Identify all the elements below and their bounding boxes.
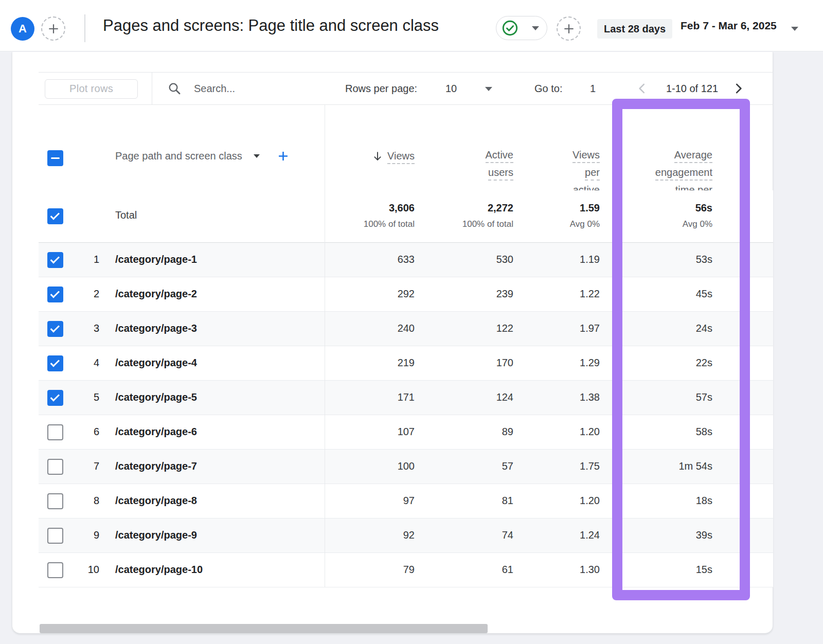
row-views: 79 — [403, 553, 415, 586]
horizontal-scrollbar-thumb[interactable] — [40, 624, 488, 633]
pagination-status: 1-10 of 121 — [655, 73, 729, 104]
row-views: 240 — [398, 312, 415, 345]
page-title: Pages and screens: Page title and screen… — [103, 0, 439, 51]
row-views-per-active-user: 1.22 — [580, 277, 600, 311]
row-page-path[interactable]: /category/page-5 — [115, 381, 197, 414]
table-row[interactable]: 9 /category/page-9 92 74 1.24 39s — [39, 518, 773, 553]
table-row[interactable]: 1 /category/page-1 633 530 1.19 53s — [39, 243, 773, 277]
row-avg-engagement-time: 22s — [696, 346, 712, 380]
row-avg-engagement-time: 58s — [696, 415, 712, 449]
table-row[interactable]: 10 /category/page-10 79 61 1.30 15s — [39, 553, 773, 587]
dimension-header[interactable]: Page path and screen class — [115, 149, 290, 163]
row-views-per-active-user: 1.38 — [580, 381, 600, 414]
row-index: 8 — [39, 484, 99, 517]
table-row[interactable]: 5 /category/page-5 171 124 1.38 57s — [39, 381, 773, 415]
row-views: 107 — [398, 415, 415, 449]
dimension-header-label: Page path and screen class — [115, 150, 242, 162]
row-active-users: 239 — [496, 277, 513, 311]
row-avg-engagement-time: 53s — [696, 243, 712, 276]
row-index: 4 — [39, 346, 99, 380]
row-page-path[interactable]: /category/page-3 — [115, 312, 197, 345]
row-index: 5 — [39, 381, 99, 414]
column-header-views[interactable]: Views — [372, 150, 415, 168]
row-active-users: 170 — [496, 346, 513, 380]
row-page-path[interactable]: /category/page-1 — [115, 243, 197, 276]
date-range-value[interactable]: Feb 7 - Mar 6, 2025 — [681, 0, 777, 51]
total-checkbox[interactable] — [47, 208, 63, 224]
row-views-per-active-user: 1.75 — [580, 450, 600, 483]
dimension-chevron-icon[interactable] — [254, 154, 260, 158]
row-page-path[interactable]: /category/page-2 — [115, 277, 197, 311]
add-report-button[interactable] — [557, 16, 581, 41]
row-page-path[interactable]: /category/page-8 — [115, 484, 197, 517]
row-index: 6 — [39, 415, 99, 449]
row-views-per-active-user: 1.30 — [580, 553, 600, 586]
add-comparison-button[interactable] — [41, 16, 65, 41]
plus-icon — [47, 22, 60, 35]
row-views: 100 — [398, 450, 415, 483]
table-row[interactable]: 3 /category/page-3 240 122 1.97 24s — [39, 312, 773, 346]
row-views-per-active-user: 1.20 — [580, 415, 600, 449]
total-row: Total 3,606 100% of total 2,272 100% of … — [39, 190, 773, 243]
rows-per-page-chevron-icon[interactable] — [485, 87, 492, 91]
date-range-chevron-icon[interactable] — [791, 27, 798, 31]
data-quality-badge[interactable] — [496, 16, 547, 40]
row-active-users: 74 — [502, 518, 513, 552]
row-active-users: 81 — [502, 484, 513, 517]
row-index: 3 — [39, 312, 99, 345]
check-circle-icon — [502, 20, 518, 37]
add-dimension-icon[interactable] — [276, 149, 290, 163]
column-header-active-users[interactable]: Active users — [486, 149, 513, 184]
row-avg-engagement-time: 24s — [696, 312, 712, 345]
goto-page-input[interactable]: 1 — [590, 73, 596, 104]
row-active-users: 122 — [496, 312, 513, 345]
row-views: 633 — [398, 243, 415, 276]
total-avg-engagement-time: 56s Avg 0% — [683, 190, 712, 229]
row-active-users: 89 — [502, 415, 513, 449]
row-avg-engagement-time: 15s — [696, 553, 712, 586]
select-all-checkbox[interactable] — [47, 150, 63, 166]
row-page-path[interactable]: /category/page-10 — [115, 553, 203, 586]
chevron-down-icon — [532, 26, 539, 30]
table-row[interactable]: 6 /category/page-6 107 89 1.20 58s — [39, 415, 773, 450]
plot-rows-button[interactable]: Plot rows — [45, 79, 138, 99]
row-page-path[interactable]: /category/page-7 — [115, 450, 197, 483]
row-avg-engagement-time: 1m 54s — [678, 450, 712, 483]
total-views-per-active-user: 1.59 Avg 0% — [570, 190, 600, 229]
table-row[interactable]: 4 /category/page-4 219 170 1.29 22s — [39, 346, 773, 381]
sort-descending-icon — [372, 151, 383, 162]
row-views: 97 — [403, 484, 415, 517]
goto-label: Go to: — [534, 73, 562, 104]
row-views: 92 — [403, 518, 415, 552]
search-icon[interactable] — [167, 81, 182, 96]
table-toolbar: Plot rows Search... Rows per page: 10 Go… — [39, 72, 773, 105]
previous-page-icon[interactable] — [635, 82, 649, 95]
table-area: Plot rows Search... Rows per page: 10 Go… — [39, 72, 773, 638]
row-index: 9 — [39, 518, 99, 552]
search-input[interactable]: Search... — [194, 73, 235, 104]
total-active-users: 2,272 100% of total — [462, 190, 513, 229]
row-index: 2 — [39, 277, 99, 311]
date-range-preset[interactable]: Last 28 days — [597, 19, 672, 39]
row-active-users: 124 — [496, 381, 513, 414]
table-row[interactable]: 8 /category/page-8 97 81 1.20 18s — [39, 484, 773, 518]
row-views-per-active-user: 1.29 — [580, 346, 600, 380]
row-index: 1 — [39, 243, 99, 276]
rows-per-page-select[interactable]: 10 — [445, 73, 457, 104]
row-views-per-active-user: 1.19 — [580, 243, 600, 276]
row-views: 219 — [398, 346, 415, 380]
table-body: 1 /category/page-1 633 530 1.19 53s 2 /c… — [39, 243, 773, 587]
row-active-users: 530 — [496, 243, 513, 276]
next-page-icon[interactable] — [732, 82, 745, 95]
table-row[interactable]: 7 /category/page-7 100 57 1.75 1m 54s — [39, 450, 773, 484]
toolbar-divider — [152, 73, 152, 104]
row-page-path[interactable]: /category/page-6 — [115, 415, 197, 449]
row-page-path[interactable]: /category/page-9 — [115, 518, 197, 552]
avatar[interactable]: A — [11, 17, 34, 41]
table-row[interactable]: 2 /category/page-2 292 239 1.22 45s — [39, 277, 773, 312]
row-page-path[interactable]: /category/page-4 — [115, 346, 197, 380]
row-views-per-active-user: 1.24 — [580, 518, 600, 552]
row-avg-engagement-time: 45s — [696, 277, 712, 311]
row-avg-engagement-time: 39s — [696, 518, 712, 552]
row-views-per-active-user: 1.97 — [580, 312, 600, 345]
